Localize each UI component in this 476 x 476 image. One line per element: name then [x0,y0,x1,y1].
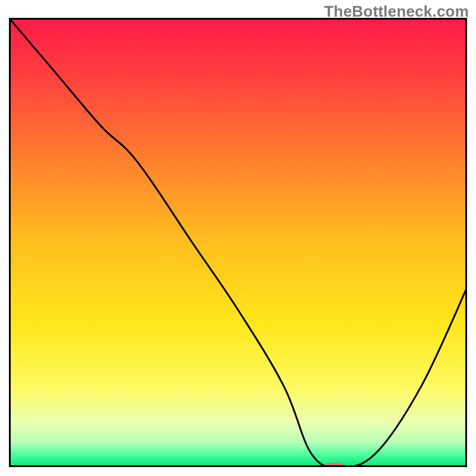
gradient-background [9,18,467,467]
chart-stage: TheBottleneck.com [0,0,476,476]
chart-plot-area [9,18,467,467]
bottleneck-chart [9,18,467,467]
